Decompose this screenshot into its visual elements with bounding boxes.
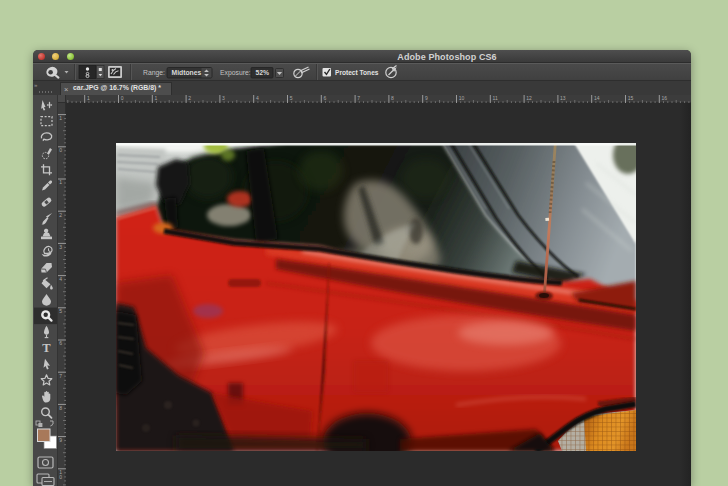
svg-text:13: 13 [560,95,566,101]
svg-text:9: 9 [59,437,62,443]
svg-text:2: 2 [59,212,62,218]
svg-text:11: 11 [493,95,498,101]
svg-text:8: 8 [391,95,394,101]
svg-text:T: T [42,341,51,355]
svg-text:Protect Tones: Protect Tones [335,69,379,76]
svg-text:0: 0 [121,95,124,101]
svg-text:8: 8 [59,405,62,411]
svg-text:10: 10 [459,95,465,101]
svg-text:12: 12 [526,95,532,101]
svg-text:16: 16 [662,95,668,101]
svg-text:5: 5 [59,308,62,314]
svg-text:2: 2 [188,95,191,101]
svg-text:1: 1 [155,95,158,101]
svg-text:15: 15 [628,95,634,101]
svg-text:Range:: Range: [143,69,165,77]
svg-text:1: 1 [59,115,62,121]
svg-text:3: 3 [222,95,225,101]
svg-text:4: 4 [256,95,259,101]
svg-text:1: 1 [59,179,62,185]
svg-text:9: 9 [425,95,428,101]
svg-text:4: 4 [59,276,62,282]
svg-text:Exposure:: Exposure: [220,69,251,77]
svg-text:7: 7 [59,373,62,379]
svg-text:0: 0 [59,474,62,480]
svg-text:52%: 52% [256,69,270,76]
svg-text:3: 3 [59,244,62,250]
svg-text:1: 1 [87,95,90,101]
svg-text:Midtones: Midtones [172,69,202,76]
svg-text:7: 7 [357,95,360,101]
svg-text:6: 6 [59,340,62,346]
svg-text:6: 6 [324,95,327,101]
svg-text:14: 14 [594,95,600,101]
svg-text:5: 5 [290,95,293,101]
svg-text:0: 0 [59,147,62,153]
